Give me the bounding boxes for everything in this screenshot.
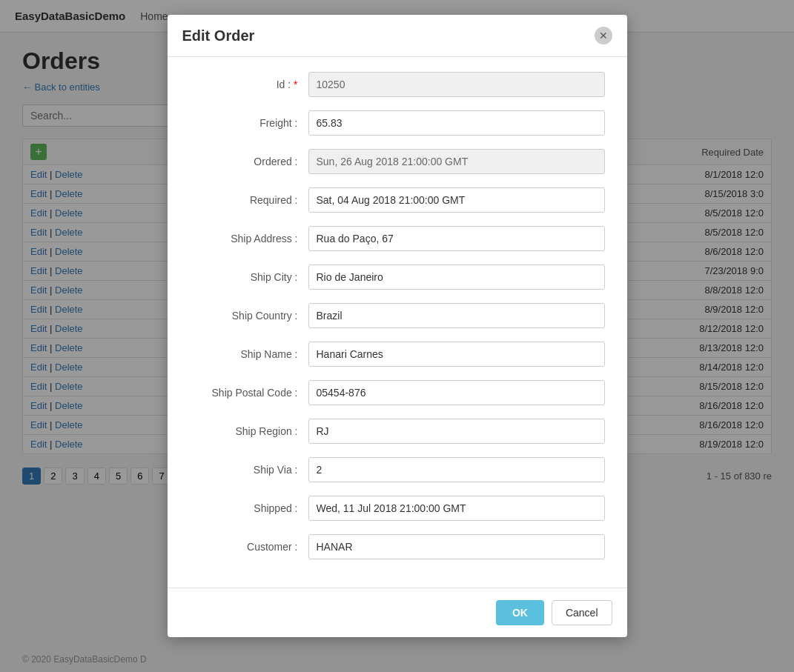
page-background: EasyDataBasicDemo Home Orders ← Back to … (0, 0, 794, 672)
modal-close-button[interactable]: ✕ (595, 27, 612, 44)
form-input-id (308, 72, 605, 97)
form-row-ship_address: Ship Address : (190, 226, 605, 251)
form-label-shipped: Shipped : (190, 502, 308, 514)
form-label-ship_via: Ship Via : (190, 464, 308, 476)
form-row-ship_postal_code: Ship Postal Code : (190, 380, 605, 405)
form-row-ship_region: Ship Region : (190, 419, 605, 444)
required-indicator: * (291, 79, 297, 90)
form-label-ship_name: Ship Name : (190, 348, 308, 360)
form-label-required: Required : (190, 194, 308, 206)
cancel-button[interactable]: Cancel (552, 600, 612, 625)
form-input-freight[interactable] (308, 110, 605, 136)
form-row-ship_name: Ship Name : (190, 342, 605, 367)
form-input-ship_region[interactable] (308, 419, 605, 444)
form-label-ship_city: Ship City : (190, 271, 308, 283)
form-row-required: Required : (190, 187, 605, 213)
edit-order-modal: Edit Order ✕ Id : *Freight :Ordered :Req… (168, 15, 627, 637)
modal-title: Edit Order (182, 27, 255, 44)
form-row-ordered: Ordered : (190, 149, 605, 174)
form-input-ship_via[interactable] (308, 457, 605, 482)
modal-header: Edit Order ✕ (168, 15, 627, 57)
form-row-shipped: Shipped : (190, 496, 605, 521)
form-input-ordered (308, 149, 605, 174)
modal-body: Id : *Freight :Ordered :Required :Ship A… (168, 57, 627, 588)
form-label-id: Id : * (190, 79, 308, 90)
form-input-ship_name[interactable] (308, 342, 605, 367)
form-label-customer: Customer : (190, 541, 308, 553)
form-input-ship_country[interactable] (308, 303, 605, 328)
ok-button[interactable]: OK (496, 600, 544, 625)
form-label-ship_region: Ship Region : (190, 425, 308, 437)
form-input-ship_city[interactable] (308, 265, 605, 290)
form-row-customer: Customer : (190, 534, 605, 559)
form-row-freight: Freight : (190, 110, 605, 136)
modal-footer: OK Cancel (168, 588, 627, 637)
form-input-shipped[interactable] (308, 496, 605, 521)
form-row-ship_via: Ship Via : (190, 457, 605, 482)
form-row-ship_country: Ship Country : (190, 303, 605, 328)
form-row-ship_city: Ship City : (190, 265, 605, 290)
form-input-required[interactable] (308, 187, 605, 213)
form-input-customer[interactable] (308, 534, 605, 559)
form-label-ordered: Ordered : (190, 156, 308, 167)
modal-overlay: Edit Order ✕ Id : *Freight :Ordered :Req… (0, 0, 794, 672)
form-input-ship_postal_code[interactable] (308, 380, 605, 405)
form-row-id: Id : * (190, 72, 605, 97)
form-label-ship_address: Ship Address : (190, 233, 308, 244)
form-input-ship_address[interactable] (308, 226, 605, 251)
form-label-freight: Freight : (190, 117, 308, 129)
form-label-ship_country: Ship Country : (190, 310, 308, 322)
form-label-ship_postal_code: Ship Postal Code : (190, 387, 308, 399)
